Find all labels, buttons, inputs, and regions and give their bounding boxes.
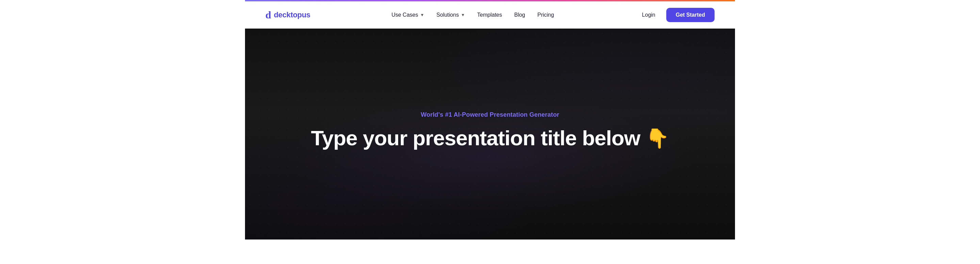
nav-item-pricing[interactable]: Pricing <box>533 9 559 21</box>
nav-item-use-cases-label: Use Cases <box>391 12 418 18</box>
nav-item-blog-label: Blog <box>514 12 525 18</box>
nav-right: Login Get Started <box>635 8 714 22</box>
nav-item-solutions[interactable]: Solutions ▼ <box>432 9 470 21</box>
hero-title: Type your presentation title below 👇 <box>311 127 669 150</box>
logo[interactable]: d decktopus <box>266 10 310 20</box>
get-started-button[interactable]: Get Started <box>666 8 714 22</box>
chevron-down-icon: ▼ <box>420 13 424 17</box>
logo-icon: d <box>266 10 271 20</box>
nav-links: Use Cases ▼ Solutions ▼ Templates Blog P… <box>387 9 559 21</box>
nav-item-blog[interactable]: Blog <box>509 9 530 21</box>
chevron-down-icon: ▼ <box>461 13 465 17</box>
pointing-down-emoji: 👇 <box>646 128 669 149</box>
navbar: d decktopus Use Cases ▼ Solutions ▼ Temp… <box>245 2 735 29</box>
login-button[interactable]: Login <box>635 8 662 21</box>
nav-item-templates-label: Templates <box>477 12 502 18</box>
nav-item-solutions-label: Solutions <box>437 12 459 18</box>
logo-text: decktopus <box>274 11 310 19</box>
hero-section: World's #1 AI-Powered Presentation Gener… <box>245 29 735 240</box>
hero-subtitle: World's #1 AI-Powered Presentation Gener… <box>311 111 669 118</box>
nav-item-templates[interactable]: Templates <box>472 9 507 21</box>
nav-item-use-cases[interactable]: Use Cases ▼ <box>387 9 429 21</box>
hero-content: World's #1 AI-Powered Presentation Gener… <box>311 111 669 150</box>
nav-item-pricing-label: Pricing <box>537 12 554 18</box>
hero-title-text: Type your presentation title below <box>311 127 640 150</box>
